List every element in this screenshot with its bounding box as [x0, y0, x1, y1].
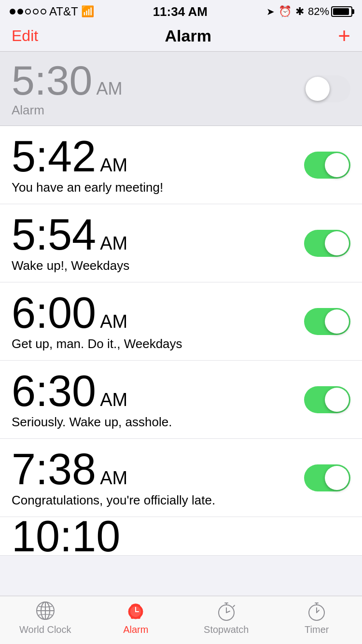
time-row: 5:54 AM [12, 213, 129, 256]
alarm-toggle-5[interactable] [304, 464, 350, 491]
add-alarm-button[interactable]: + [338, 25, 350, 46]
alarm-left: 10:10 [12, 517, 124, 556]
tab-stopwatch[interactable]: Stopwatch [181, 600, 272, 635]
alarm-item-5[interactable]: 7:38 AM Congratulations, you're official… [0, 439, 362, 517]
bluetooth-icon: ✱ [295, 5, 304, 18]
alarm-item-1[interactable]: 5:42 AM You have an early meeting! [0, 126, 362, 204]
svg-point-9 [131, 616, 134, 619]
timer-icon [306, 600, 327, 621]
alarm-left: 6:00 AM Get up, man. Do it., Weekdays [12, 291, 182, 351]
svg-line-17 [233, 605, 235, 607]
status-bar: AT&T 📶 11:34 AM ➤ ⏰ ✱ 82% [0, 0, 362, 20]
svg-point-10 [138, 616, 140, 619]
carrier-label: AT&T [49, 5, 78, 18]
alarm-time: 10:10 [12, 517, 120, 556]
status-left: AT&T 📶 [10, 5, 94, 18]
alarm-label: Get up, man. Do it., Weekdays [12, 336, 182, 351]
alarm-label: Alarm [12, 103, 122, 118]
signal-dot-1 [10, 9, 15, 14]
toggle-thumb [325, 388, 349, 412]
world-clock-label: World Clock [19, 624, 71, 635]
alarm-item-disabled[interactable]: 5:30 AM Alarm [0, 52, 362, 126]
status-right: ➤ ⏰ ✱ 82% [266, 5, 352, 18]
edit-button[interactable]: Edit [12, 27, 38, 45]
world-clock-icon [35, 600, 56, 621]
time-row: 10:10 [12, 517, 124, 556]
alarm-icon [125, 600, 146, 621]
alarm-label: Wake up!, Weekdays [12, 258, 129, 273]
alarm-item-3[interactable]: 6:00 AM Get up, man. Do it., Weekdays [0, 282, 362, 361]
toggle-thumb [325, 153, 349, 177]
alarm-ampm: AM [100, 311, 127, 332]
tab-timer[interactable]: Timer [272, 600, 362, 635]
time-row: 6:30 AM [12, 369, 172, 413]
tab-bar: World Clock Alarm S [0, 596, 362, 644]
alarm-item-4[interactable]: 6:30 AM Seriously. Wake up, asshole. [0, 361, 362, 439]
tab-world-clock[interactable]: World Clock [0, 600, 91, 635]
clock-icon: ⏰ [278, 5, 292, 18]
signal-dot-3 [25, 9, 31, 14]
alarm-label: Seriously. Wake up, asshole. [12, 415, 172, 430]
tab-alarm[interactable]: Alarm [91, 600, 181, 635]
alarm-left: 5:54 AM Wake up!, Weekdays [12, 213, 129, 273]
alarm-time: 7:38 [12, 448, 96, 491]
alarm-item-2[interactable]: 5:54 AM Wake up!, Weekdays [0, 204, 362, 282]
time-row: 5:30 AM [12, 59, 122, 101]
page-title: Alarm [165, 27, 211, 45]
signal-dot-2 [17, 9, 23, 14]
alarm-toggle-3[interactable] [304, 308, 350, 335]
alarm-toggle-0[interactable] [304, 75, 350, 102]
alarm-item-partial[interactable]: 10:10 [0, 517, 362, 556]
alarm-left: 5:42 AM You have an early meeting! [12, 135, 163, 195]
alarm-left: 5:30 AM Alarm [12, 59, 122, 118]
toggle-thumb [306, 77, 330, 101]
status-time: 11:34 AM [153, 4, 208, 19]
alarm-left: 6:30 AM Seriously. Wake up, asshole. [12, 369, 172, 430]
alarm-time: 5:30 [12, 59, 92, 101]
alarm-ampm: AM [100, 468, 127, 489]
alarm-time: 6:00 [12, 291, 96, 335]
toggle-thumb [325, 231, 349, 255]
stopwatch-label: Stopwatch [204, 624, 249, 635]
nav-bar: Edit Alarm + [0, 20, 362, 52]
alarm-label: Alarm [123, 624, 148, 635]
svg-line-14 [226, 611, 230, 613]
signal-dot-4 [33, 9, 39, 14]
alarm-toggle-4[interactable] [304, 386, 350, 413]
time-row: 5:42 AM [12, 135, 163, 178]
svg-rect-11 [134, 617, 137, 618]
toggle-thumb [325, 309, 349, 334]
alarm-time: 5:42 [12, 135, 96, 178]
battery-percent: 82% [308, 5, 329, 18]
signal-dots [10, 9, 46, 14]
timer-label: Timer [305, 624, 329, 635]
time-row: 6:00 AM [12, 291, 182, 335]
signal-dot-5 [41, 9, 46, 14]
alarm-toggle-1[interactable] [304, 152, 350, 179]
alarm-ampm: AM [100, 155, 127, 176]
alarm-left: 7:38 AM Congratulations, you're official… [12, 448, 215, 508]
alarm-time: 5:54 [12, 213, 96, 256]
battery-container: 82% [308, 5, 352, 18]
alarm-time: 6:30 [12, 369, 96, 413]
alarm-label: You have an early meeting! [12, 180, 163, 195]
alarm-ampm: AM [100, 233, 127, 254]
toggle-thumb [325, 466, 349, 490]
battery-fill [333, 8, 349, 15]
alarm-ampm: AM [96, 79, 122, 99]
battery-icon [331, 6, 352, 17]
location-icon: ➤ [266, 6, 275, 17]
alarm-ampm: AM [100, 390, 127, 410]
wifi-icon: 📶 [81, 5, 94, 18]
alarm-label: Congratulations, you're officially late. [12, 493, 215, 508]
time-row: 7:38 AM [12, 448, 215, 491]
stopwatch-icon [216, 600, 237, 621]
alarm-toggle-2[interactable] [304, 230, 350, 257]
alarm-list: 5:30 AM Alarm 5:42 AM You have an early … [0, 52, 362, 556]
